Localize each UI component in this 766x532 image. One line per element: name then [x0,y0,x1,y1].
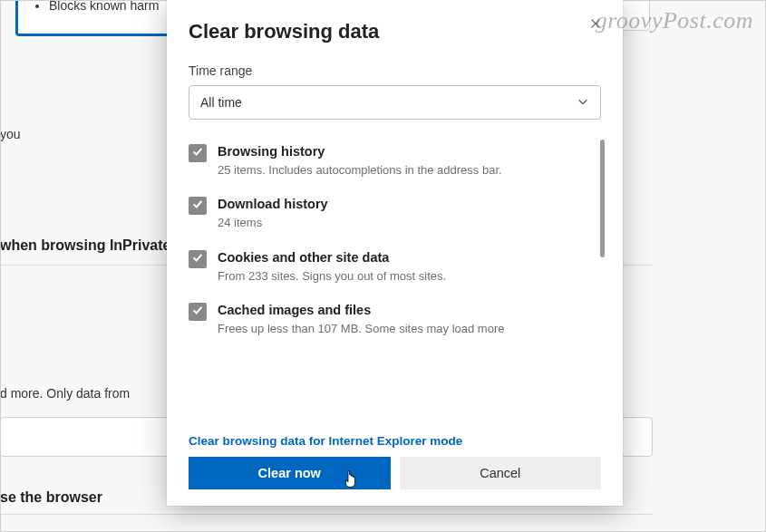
option-desc: Frees up less than 107 MB. Some sites ma… [218,321,587,337]
time-range-value: All time [200,95,242,110]
time-range-label: Time range [189,63,601,78]
clear-now-label: Clear now [258,466,321,480]
pointer-cursor-icon [343,469,358,492]
check-icon [191,304,204,320]
dialog-title: Clear browsing data [189,20,379,44]
check-icon [191,198,204,214]
close-browser-heading: se the browser [0,489,102,506]
bg-text-fragment: you [0,127,21,141]
scrollbar-thumb[interactable] [600,140,605,257]
inprivate-heading: when browsing InPrivate [0,237,170,254]
time-range-select[interactable]: All time [189,85,601,120]
option-title: Cached images and files [218,302,587,319]
option-download-history: Download history 24 items [189,189,587,241]
option-title: Cookies and other site data [218,249,587,266]
option-cookies: Cookies and other site data From 233 sit… [189,242,587,295]
check-icon [191,145,204,161]
option-browsing-history: Browsing history 25 items. Includes auto… [189,136,587,189]
clear-ie-mode-link[interactable]: Clear browsing data for Internet Explore… [189,434,601,448]
divider [0,514,653,515]
clear-browsing-data-dialog: Clear browsing data Time range All time … [167,0,623,506]
cancel-label: Cancel [480,466,520,480]
option-title: Download history [218,196,587,213]
checkbox-cookies[interactable] [189,250,207,268]
option-cache: Cached images and files Frees up less th… [189,295,587,347]
option-title: Browsing history [218,143,587,160]
bg-text-fragment: d more. Only data from [0,386,130,401]
checkbox-cache[interactable] [189,303,207,321]
option-desc: 25 items. Includes autocompletions in th… [218,162,587,179]
option-desc: From 233 sites. Signs you out of most si… [218,268,587,285]
check-icon [191,251,204,267]
options-list: Browsing history 25 items. Includes auto… [189,136,601,429]
checkbox-download-history[interactable] [189,197,207,215]
chevron-down-icon [577,95,589,111]
checkbox-browsing-history[interactable] [189,144,207,162]
watermark: groovyPost.com [596,7,753,34]
option-desc: 24 items [218,215,587,231]
clear-now-button[interactable]: Clear now [189,457,391,489]
cancel-button[interactable]: Cancel [400,457,602,489]
